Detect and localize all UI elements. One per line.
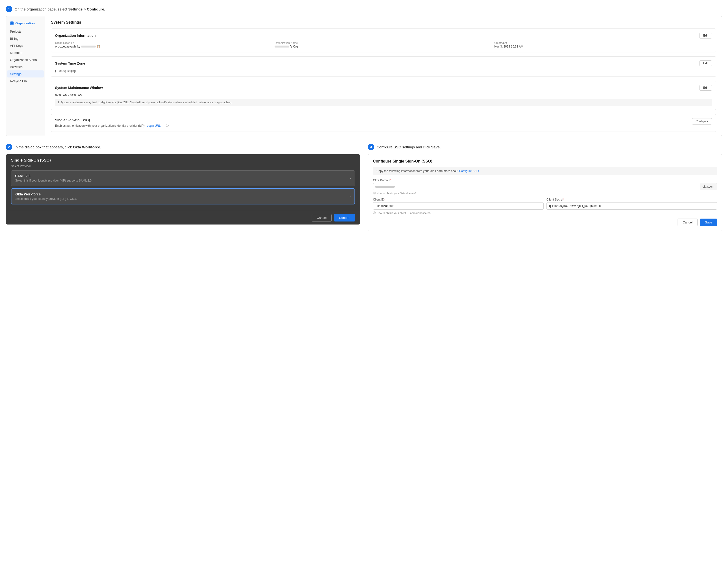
info-icon: ℹ — [58, 101, 59, 104]
step-2-section: 2 In the dialog box that appears, click … — [6, 144, 360, 225]
client-id-label: Client ID* — [373, 198, 544, 201]
client-credentials-help[interactable]: ⓘ How to obtain your client ID and clien… — [373, 211, 717, 215]
step-3-text: Configure SSO settings and click Save. — [377, 145, 441, 149]
okta-workforce-option[interactable]: Okta Workforce Select this if your ident… — [11, 188, 355, 204]
sidebar-item-members[interactable]: Members — [6, 49, 45, 56]
configure-sso-panel: Configure Single Sign-On (SSO) Copy the … — [368, 154, 722, 231]
sidebar-item-projects[interactable]: Projects — [6, 28, 45, 35]
building-icon — [10, 21, 14, 25]
sidebar-item-label: API Keys — [10, 44, 23, 48]
chevron-right-icon: › — [349, 194, 351, 199]
org-id-label: Organization ID — [55, 41, 273, 44]
step-3-header: 3 Configure SSO settings and click Save. — [368, 144, 722, 150]
sso-section-card: Single Sign-On (SSO) Enables authenticat… — [51, 114, 716, 132]
sidebar-item-billing[interactable]: Billing — [6, 35, 45, 42]
client-id-input[interactable] — [373, 202, 544, 210]
okta-option-title: Okta Workforce — [15, 192, 77, 196]
sidebar-item-recycle-bin[interactable]: Recycle Bin — [6, 77, 45, 85]
org-settings-panel: Organization Projects Billing API Keys M… — [6, 16, 722, 136]
sidebar-item-label: Organization Alerts — [10, 58, 37, 62]
sidebar: Organization Projects Billing API Keys M… — [6, 16, 45, 136]
okta-domain-help[interactable]: ⓘ How to obtain your Okta domain? — [373, 191, 717, 195]
maintenance-note: ℹ System maintenance may lead to slight … — [55, 99, 712, 106]
org-info-title: Organization Information — [55, 34, 96, 38]
svg-rect-1 — [11, 22, 12, 23]
sso-dialog-footer: Cancel Confirm — [6, 211, 360, 224]
sidebar-item-settings[interactable]: Settings — [7, 70, 44, 77]
okta-domain-masked — [375, 186, 395, 188]
timezone-value: (+08:00) Beijing — [55, 69, 712, 73]
org-id-value: org-zcecazvaghhky 📋 — [55, 45, 273, 48]
sidebar-item-api-keys[interactable]: API Keys — [6, 42, 45, 49]
chevron-right-icon: › — [350, 176, 351, 180]
org-info-grid: Organization ID org-zcecazvaghhky 📋 Orga… — [55, 41, 712, 48]
configure-sso-info-box: Copy the following information from your… — [373, 167, 717, 175]
saml-option-content: SAML 2.0 Select this if your identity pr… — [15, 174, 92, 182]
configure-sso-actions: Cancel Save — [373, 219, 717, 226]
created-at-label: Created At — [494, 41, 712, 44]
sidebar-item-org-alerts[interactable]: Organization Alerts — [6, 56, 45, 63]
sso-confirm-button[interactable]: Confirm — [334, 214, 355, 221]
svg-rect-4 — [12, 23, 13, 24]
protocol-label: Select Protocol — [11, 164, 355, 168]
timezone-title: System Time Zone — [55, 61, 85, 65]
sso-cancel-button[interactable]: Cancel — [312, 214, 332, 221]
org-info-edit-button[interactable]: Edit — [699, 33, 712, 39]
sidebar-item-activities[interactable]: Activities — [6, 63, 45, 70]
system-settings-title: System Settings — [51, 20, 716, 25]
client-secret-input[interactable] — [546, 202, 717, 210]
maintenance-title: System Maintenance Window — [55, 86, 103, 90]
step-1-text: On the organization page, select Setting… — [15, 7, 105, 11]
okta-domain-suffix: okta.com — [702, 185, 714, 188]
question-circle-icon: ⓘ — [373, 191, 376, 195]
step-3-section: 3 Configure SSO settings and click Save.… — [368, 144, 722, 231]
sidebar-item-label: Projects — [10, 30, 21, 33]
sidebar-org-label: Organization — [15, 21, 35, 25]
step-2-header: 2 In the dialog box that appears, click … — [6, 144, 360, 150]
sso-dialog: Single Sign-On (SSO) Select Protocol SAM… — [6, 154, 360, 225]
sso-login-url[interactable]: Login URL: -- — [147, 124, 164, 127]
client-id-group: Client ID* — [373, 198, 544, 210]
created-at-value: Nov 3, 2023 10:33 AM — [494, 45, 712, 48]
maintenance-value: 02:00 AM - 04:00 AM — [55, 94, 712, 97]
okta-domain-label: Okta Domain* — [373, 179, 717, 182]
step-1-circle: 1 — [6, 6, 12, 12]
sidebar-item-label: Activities — [10, 65, 22, 69]
client-secret-group: Client Secret* — [546, 198, 717, 210]
sso-configure-button[interactable]: Configure — [692, 118, 712, 125]
timezone-edit-button[interactable]: Edit — [699, 60, 712, 66]
org-name-field: Organization Name 's Org — [275, 41, 492, 48]
saml-option-desc: Select this if your identity provider (I… — [15, 179, 92, 182]
maintenance-card: System Maintenance Window Edit 02:00 AM … — [51, 81, 716, 110]
created-at-field: Created At Nov 3, 2023 10:33 AM — [494, 41, 712, 48]
step-2-circle: 2 — [6, 144, 12, 150]
sidebar-item-label: Recycle Bin — [10, 79, 27, 83]
org-info-card: Organization Information Edit Organizati… — [51, 29, 716, 52]
svg-rect-3 — [11, 23, 12, 24]
maintenance-edit-button[interactable]: Edit — [699, 85, 712, 91]
sso-dialog-title: Single Sign-On (SSO) — [6, 154, 360, 164]
configure-sso-title: Configure Single Sign-On (SSO) — [373, 159, 717, 164]
org-name-value: 's Org — [275, 45, 492, 48]
sidebar-org[interactable]: Organization — [6, 19, 45, 28]
svg-rect-2 — [12, 22, 13, 23]
timezone-card: System Time Zone Edit (+08:00) Beijing — [51, 56, 716, 77]
svg-rect-0 — [10, 22, 13, 25]
saml-option[interactable]: SAML 2.0 Select this if your identity pr… — [11, 170, 355, 186]
step-1-header: 1 On the organization page, select Setti… — [6, 6, 722, 12]
sso-desc: Enables authentication with your organiz… — [55, 124, 692, 128]
copy-icon[interactable]: 📋 — [97, 45, 100, 48]
org-id-field: Organization ID org-zcecazvaghhky 📋 — [55, 41, 273, 48]
configure-cancel-button[interactable]: Cancel — [678, 219, 698, 226]
okta-option-content: Okta Workforce Select this if your ident… — [15, 192, 77, 201]
client-secret-label: Client Secret* — [546, 198, 717, 201]
configure-save-button[interactable]: Save — [700, 219, 717, 226]
sidebar-item-label: Billing — [10, 37, 19, 40]
sidebar-item-label: Members — [10, 51, 23, 55]
configure-sso-link[interactable]: Configure SSO — [459, 169, 479, 173]
step-3-circle: 3 — [368, 144, 374, 150]
sso-info: Single Sign-On (SSO) Enables authenticat… — [55, 118, 692, 128]
sidebar-item-label: Settings — [10, 72, 21, 76]
bottom-section: 2 In the dialog box that appears, click … — [6, 144, 722, 231]
sso-dialog-body: Select Protocol SAML 2.0 Select this if … — [6, 164, 360, 211]
